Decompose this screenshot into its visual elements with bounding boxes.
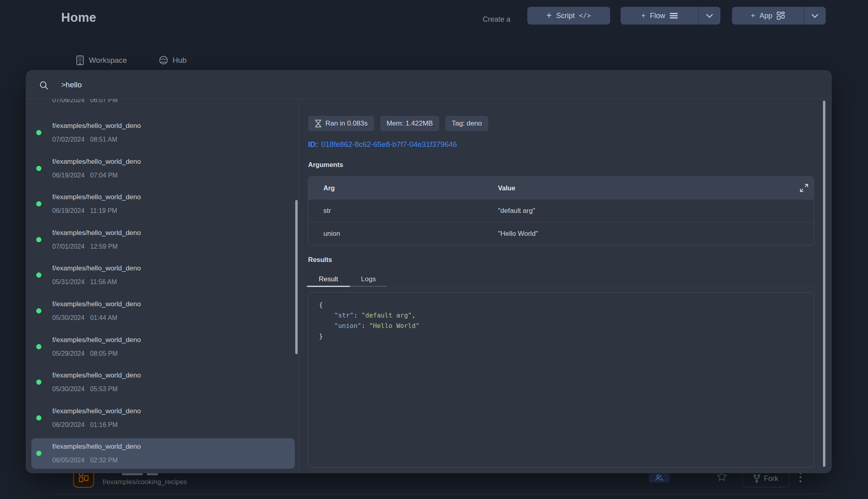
shared-users-badge[interactable] xyxy=(649,473,670,483)
run-id-link[interactable]: 018fe862-8c62-65e8-b7f7-04e31f379646 xyxy=(321,140,457,148)
argument-name: union xyxy=(309,230,498,238)
duration-badge: Ran in 0.083s xyxy=(308,116,374,131)
table-row-divider xyxy=(52,494,829,494)
arguments-table-header: Arg Value xyxy=(309,177,814,199)
tab-result[interactable]: Result xyxy=(307,273,350,286)
results-tabs: Result Logs xyxy=(307,273,387,286)
duration-badge-label: Ran in 0.083s xyxy=(325,120,368,128)
plus-icon: + xyxy=(546,11,551,20)
arguments-table-body: str"default arg"union"Hello World" xyxy=(309,199,814,245)
success-dot-icon xyxy=(36,166,41,171)
argument-row: union"Hello World" xyxy=(309,222,814,245)
run-datetime: 07/01/202412:59 PM xyxy=(52,243,118,250)
success-dot-icon xyxy=(36,451,41,456)
arguments-heading: Arguments xyxy=(308,161,343,169)
create-flow-button[interactable]: + Flow xyxy=(621,7,698,25)
search-input[interactable]: >hello xyxy=(61,80,82,89)
create-flow-button-group: + Flow xyxy=(621,7,720,25)
list-item[interactable]: f/examples/hello_world_deno05/31/202411:… xyxy=(31,260,295,291)
tab-workspace-label: Workspace xyxy=(89,56,127,65)
run-path: f/examples/hello_world_deno xyxy=(52,264,141,272)
list-item[interactable]: f/examples/hello_world_deno06/19/202407:… xyxy=(31,153,295,184)
tab-hub[interactable]: Hub xyxy=(159,56,187,65)
run-path: f/examples/hello_world_deno xyxy=(52,407,141,415)
list-item[interactable]: f/examples/hello_world_deno06/19/202411:… xyxy=(31,189,295,219)
fork-button-label: Fork xyxy=(764,474,778,483)
create-app-label: App xyxy=(759,12,772,20)
tab-hub-label: Hub xyxy=(173,56,187,65)
run-datetime: 05/29/202408:05 PM xyxy=(52,350,118,357)
run-id-label: ID: xyxy=(308,140,318,148)
list-item[interactable]: f/examples/hello_world_deno07/01/202412:… xyxy=(31,225,295,255)
run-badges-row: Ran in 0.083s Mem: 1.422MB Tag: deno xyxy=(308,116,488,131)
fork-icon xyxy=(753,474,760,483)
json-line: "str": "default arg", xyxy=(319,310,814,321)
flow-icon xyxy=(670,12,678,19)
list-item[interactable]: f/examples/hello_world_deno05/30/202405:… xyxy=(31,367,295,398)
argument-value: "default arg" xyxy=(498,207,814,215)
list-item[interactable]: f/examples/hello_world_deno05/29/202408:… xyxy=(31,332,295,362)
success-dot-icon xyxy=(36,379,41,385)
run-path: f/examples/hello_world_deno xyxy=(52,300,141,308)
tag-badge: Tag: deno xyxy=(445,116,488,131)
app-dropdown-button[interactable] xyxy=(804,7,826,25)
search-icon xyxy=(39,80,49,91)
tab-baseline xyxy=(387,286,814,287)
run-datetime: 05/30/202405:53 PM xyxy=(52,386,118,393)
run-path: f/examples/hello_world_deno xyxy=(52,193,141,201)
run-path: f/examples/hello_world_deno xyxy=(52,336,141,344)
chevron-down-icon xyxy=(706,14,713,18)
logs-tab-indicator xyxy=(350,286,387,287)
run-datetime: 06/20/202401:16 PM xyxy=(52,421,118,429)
hourglass-icon xyxy=(315,120,322,128)
run-datetime: 06/19/202407:04 PM xyxy=(52,172,118,179)
code-icon: </> xyxy=(579,12,591,19)
memory-badge: Mem: 1.422MB xyxy=(380,116,439,131)
run-list-scrollbar[interactable] xyxy=(295,200,298,354)
windmill-home-page: Home Create a + Script </> + Flow + App xyxy=(0,0,868,499)
run-datetime: 07/02/202408:51 AM xyxy=(52,136,117,143)
run-path: f/examples/hello_world_deno xyxy=(52,443,141,451)
list-item[interactable]: f/examples/hello_world_deno06/20/202401:… xyxy=(31,403,295,433)
list-item[interactable]: f/examples/hello_world_deno07/02/202408:… xyxy=(31,118,295,148)
run-path: f/examples/hello_world_deno xyxy=(52,229,141,237)
run-id-row: ID:018fe862-8c62-65e8-b7f7-04e31f379646 xyxy=(308,140,457,149)
json-line: "union": "Hello World" xyxy=(319,321,814,331)
list-item[interactable]: f/examples/hello_world_deno05/30/202401:… xyxy=(31,296,295,326)
success-dot-icon xyxy=(36,201,41,206)
create-app-button[interactable]: + App xyxy=(732,7,804,25)
create-flow-label: Flow xyxy=(650,12,665,20)
app-thumbnail-icon xyxy=(78,472,89,483)
create-script-label: Script xyxy=(556,12,575,20)
run-datetime: 06/19/202411:19 PM xyxy=(52,207,117,214)
list-item[interactable]: f/examples/hello_world_deno06/05/202402:… xyxy=(31,438,295,469)
argument-value: "Hello World" xyxy=(498,230,814,238)
result-json-box: { "str": "default arg", "union": "Hello … xyxy=(308,292,814,468)
run-list: f/examples/hello_world_deno07/06/202406:… xyxy=(31,99,298,473)
detail-panel-scrollbar[interactable] xyxy=(823,101,825,467)
page-title: Home xyxy=(61,10,96,25)
results-heading: Results xyxy=(308,256,332,264)
arguments-table: Arg Value str"default arg"union"Hello Wo… xyxy=(308,176,814,245)
tab-workspace[interactable]: Workspace xyxy=(76,56,127,65)
run-datetime: 07/06/202406:07 PM xyxy=(52,99,118,104)
plus-icon: + xyxy=(641,12,646,20)
create-app-button-group: + App xyxy=(732,7,826,25)
users-icon xyxy=(655,474,663,481)
kebab-menu-icon[interactable] xyxy=(799,472,802,483)
building-icon xyxy=(76,56,84,65)
run-datetime: 05/30/202401:44 AM xyxy=(52,314,117,322)
list-item-partial[interactable]: f/examples/hello_world_deno07/06/202406:… xyxy=(31,99,295,109)
search-modal: >hello f/examples/hello_world_deno07/06/… xyxy=(26,70,832,473)
success-dot-icon xyxy=(36,415,41,421)
tab-logs[interactable]: Logs xyxy=(350,273,387,286)
json-close-brace: } xyxy=(319,331,814,342)
argument-name: str xyxy=(309,207,498,215)
expand-icon[interactable] xyxy=(799,183,809,193)
run-datetime: 06/05/202402:32 PM xyxy=(52,457,118,464)
flow-dropdown-button[interactable] xyxy=(699,7,720,25)
plus-icon: + xyxy=(751,12,755,20)
create-script-button[interactable]: + Script </> xyxy=(527,7,610,25)
success-dot-icon xyxy=(36,237,41,242)
panel-divider xyxy=(298,99,299,473)
